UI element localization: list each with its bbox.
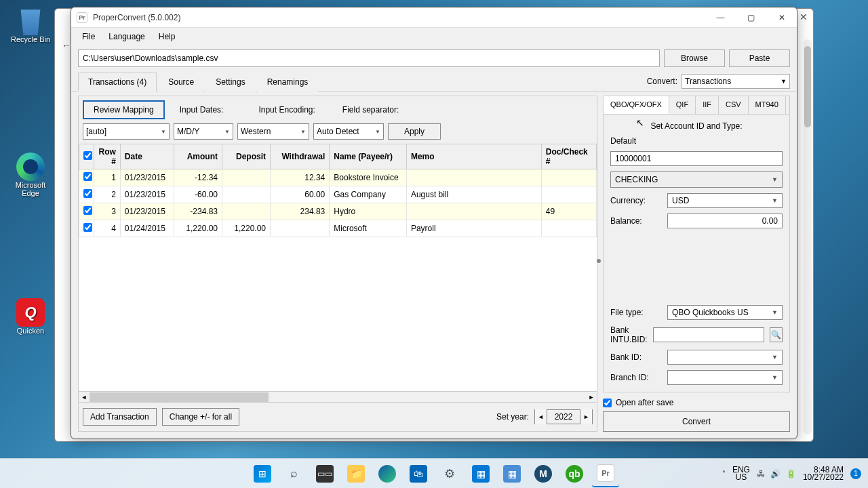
separator-select[interactable]: Auto Detect▼ bbox=[313, 123, 384, 140]
header-checkbox[interactable] bbox=[83, 151, 92, 160]
year-spinner[interactable]: ◄ 2022 ► bbox=[534, 409, 593, 424]
col-memo[interactable]: Memo bbox=[406, 144, 541, 169]
notification-badge[interactable]: 1 bbox=[850, 468, 861, 479]
bg-scrollbar-thumb[interactable] bbox=[804, 46, 811, 127]
bg-back-icon[interactable]: ← bbox=[62, 40, 71, 51]
bg-scrollbar[interactable] bbox=[804, 39, 812, 434]
menu-help[interactable]: Help bbox=[152, 30, 182, 43]
network-icon[interactable]: 🖧 bbox=[757, 469, 765, 479]
recycle-bin-label: Recycle Bin bbox=[7, 35, 54, 43]
paste-button[interactable]: Paste bbox=[729, 49, 790, 67]
quicken[interactable]: Q Quicken bbox=[7, 298, 54, 335]
open-after-save-checkbox[interactable] bbox=[603, 399, 612, 407]
file-type-select[interactable]: QBO Quickbooks US▼ bbox=[667, 305, 783, 320]
taskbar-explorer[interactable]: 📁 bbox=[342, 460, 370, 487]
taskbar-app2[interactable]: ▦ bbox=[498, 460, 526, 487]
start-button[interactable]: ⊞ bbox=[249, 460, 276, 487]
tab-transactions[interactable]: Transactions (4) bbox=[78, 73, 157, 92]
col-name[interactable]: Name (Payee/r) bbox=[330, 144, 407, 169]
file-path-input[interactable] bbox=[78, 49, 660, 67]
tab-iif[interactable]: IIF bbox=[696, 96, 719, 114]
bank-intu-input[interactable] bbox=[653, 327, 764, 342]
account-type-select[interactable]: CHECKING▼ bbox=[610, 171, 783, 188]
row-checkbox[interactable] bbox=[83, 172, 92, 181]
tab-source[interactable]: Source bbox=[158, 73, 204, 92]
year-increment[interactable]: ► bbox=[580, 409, 592, 424]
change-sign-button[interactable]: Change +/- for all bbox=[162, 408, 239, 426]
cell-doc bbox=[541, 186, 596, 203]
tray-overflow[interactable]: ˄ bbox=[722, 470, 726, 477]
tab-qbo[interactable]: QBO/QFX/OFX bbox=[604, 96, 669, 114]
taskbar-properconvert[interactable]: Pr bbox=[592, 460, 619, 487]
year-decrement[interactable]: ◄ bbox=[535, 409, 547, 424]
chevron-down-icon: ▼ bbox=[772, 354, 778, 361]
horizontal-scrollbar[interactable]: ◄ ► bbox=[79, 391, 597, 402]
quicken-label: Quicken bbox=[7, 327, 54, 335]
bank-search-button[interactable]: 🔍 bbox=[770, 327, 783, 342]
table-row[interactable]: 401/24/20151,220.001,220.00MicrosoftPayr… bbox=[79, 220, 597, 237]
language-indicator[interactable]: ENG US bbox=[732, 466, 750, 481]
col-deposit[interactable]: Deposit bbox=[222, 144, 271, 169]
chevron-down-icon: ▼ bbox=[772, 309, 778, 316]
col-row[interactable]: Row # bbox=[94, 144, 121, 169]
auto-select[interactable]: [auto]▼ bbox=[83, 123, 170, 140]
balance-input[interactable] bbox=[667, 214, 783, 228]
branch-id-select[interactable]: ▼ bbox=[667, 370, 783, 385]
clock[interactable]: 8:48 AM 10/27/2022 bbox=[803, 466, 844, 481]
taskbar-quickbooks[interactable]: qb bbox=[561, 460, 588, 487]
taskbar-taskview[interactable]: ▭▭ bbox=[311, 460, 338, 487]
tab-mt940[interactable]: MT940 bbox=[749, 96, 786, 114]
tab-qif[interactable]: QIF bbox=[669, 96, 696, 114]
tab-renamings[interactable]: Renamings bbox=[257, 73, 319, 92]
table-row[interactable]: 101/23/2015-12.3412.34Bookstore Invoice bbox=[79, 169, 597, 186]
menu-language[interactable]: Language bbox=[102, 30, 151, 43]
add-transaction-button[interactable]: Add Transaction bbox=[83, 408, 157, 426]
row-checkbox[interactable] bbox=[83, 206, 92, 215]
bank-id-select[interactable]: ▼ bbox=[667, 350, 783, 365]
row-checkbox[interactable] bbox=[83, 223, 92, 232]
taskbar-app1[interactable]: ▦ bbox=[467, 460, 494, 487]
maximize-button[interactable]: ▢ bbox=[736, 7, 766, 28]
taskbar-edge[interactable] bbox=[374, 460, 401, 487]
table-row[interactable]: 201/23/2015-60.0060.00Gas CompanyAugust … bbox=[79, 186, 597, 203]
convert-button[interactable]: Convert bbox=[603, 411, 790, 432]
taskbar-m-app[interactable]: M bbox=[530, 460, 557, 487]
store-icon: 🛍 bbox=[410, 465, 427, 483]
col-amount[interactable]: Amount bbox=[174, 144, 222, 169]
scroll-right-icon[interactable]: ► bbox=[586, 392, 597, 403]
date-format-select[interactable]: M/D/Y▼ bbox=[174, 123, 233, 140]
cell-date: 01/23/2015 bbox=[120, 169, 174, 186]
bg-close-icon[interactable]: ✕ bbox=[800, 12, 808, 22]
set-year-label: Set year: bbox=[496, 412, 529, 422]
apply-button[interactable]: Apply bbox=[388, 123, 441, 140]
splitter-handle[interactable] bbox=[597, 259, 601, 263]
cell-withdrawal: 60.00 bbox=[271, 186, 330, 203]
battery-icon[interactable]: 🔋 bbox=[786, 469, 796, 479]
col-doc[interactable]: Doc/Check # bbox=[541, 144, 596, 169]
review-mapping-button[interactable]: Review Mapping bbox=[83, 100, 165, 119]
tab-csv[interactable]: CSV bbox=[719, 96, 749, 114]
taskbar-store[interactable]: 🛍 bbox=[405, 460, 432, 487]
close-button[interactable]: ✕ bbox=[766, 7, 797, 28]
scrollbar-thumb[interactable] bbox=[90, 392, 269, 402]
encoding-select[interactable]: Western▼ bbox=[237, 123, 309, 140]
col-withdrawal[interactable]: Withdrawal bbox=[271, 144, 330, 169]
browse-button[interactable]: Browse bbox=[664, 49, 725, 67]
row-checkbox[interactable] bbox=[83, 189, 92, 198]
menu-file[interactable]: File bbox=[75, 30, 102, 43]
minimize-button[interactable]: — bbox=[705, 7, 736, 28]
folder-icon: 📁 bbox=[347, 465, 365, 483]
col-date[interactable]: Date bbox=[120, 144, 174, 169]
balance-label: Balance: bbox=[610, 216, 662, 226]
currency-select[interactable]: USD▼ bbox=[667, 193, 783, 208]
scroll-left-icon[interactable]: ◄ bbox=[79, 392, 90, 403]
volume-icon[interactable]: 🔊 bbox=[770, 469, 781, 479]
tab-settings[interactable]: Settings bbox=[205, 73, 255, 92]
table-row[interactable]: 301/23/2015-234.83234.83Hydro49 bbox=[79, 203, 597, 220]
taskbar-settings[interactable]: ⚙ bbox=[436, 460, 463, 487]
microsoft-edge[interactable]: Microsoft Edge bbox=[7, 152, 54, 197]
taskbar-search[interactable]: ⌕ bbox=[280, 460, 307, 487]
account-id-input[interactable] bbox=[610, 151, 783, 166]
recycle-bin[interactable]: Recycle Bin bbox=[7, 7, 54, 43]
convert-select[interactable]: Transactions ▼ bbox=[682, 74, 790, 89]
